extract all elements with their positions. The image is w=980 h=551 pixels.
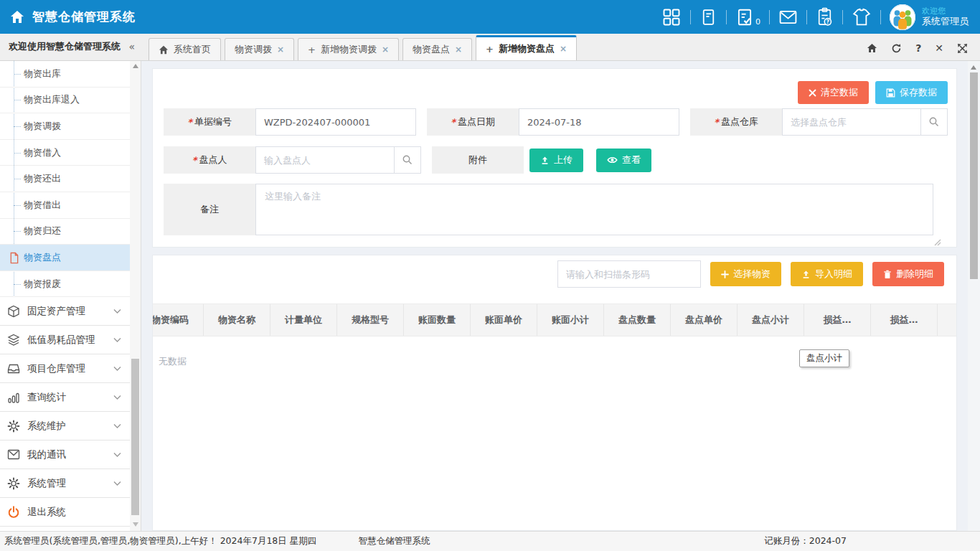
tab-close-icon[interactable]: × <box>382 44 389 55</box>
upload-icon <box>540 156 550 165</box>
help-icon[interactable]: ? <box>915 42 921 54</box>
scroll-up-arrow[interactable] <box>971 65 976 70</box>
button-label: 上传 <box>554 154 573 166</box>
sidebar-item-material-outbound-return[interactable]: 物资出库退入 <box>0 88 130 114</box>
remark-field: 备注 <box>164 184 933 235</box>
sidebar-header: 欢迎使用智慧仓储管理系统 « <box>0 33 141 60</box>
sidebar-item-label: 物资调拨 <box>24 120 61 133</box>
mail-icon[interactable] <box>778 9 798 26</box>
sidebar-item-material-stocktake[interactable]: 物资盘点 <box>0 245 130 271</box>
sidebar-item-material-borrow-in[interactable]: 物资借入 <box>0 140 130 166</box>
sidebar-section-system-maintenance[interactable]: 系统维护 <box>0 412 130 441</box>
sidebar-item-material-give-back[interactable]: 物资归还 <box>0 219 130 245</box>
column-header-stocktake-subtotal[interactable]: 盘点小计 <box>738 304 804 336</box>
view-button[interactable]: 查看 <box>596 149 651 172</box>
sidebar-item-material-return-out[interactable]: 物资还出 <box>0 166 130 192</box>
section-label: 我的通讯 <box>27 448 106 461</box>
barcode-input[interactable] <box>557 260 701 288</box>
sidebar-section-low-value-consumables[interactable]: 低值易耗品管理 <box>0 326 130 354</box>
eye-icon <box>607 156 618 164</box>
sidebar-item-label: 物资借入 <box>24 146 61 159</box>
save-data-button[interactable]: 保存数据 <box>875 81 948 104</box>
tab-system-home[interactable]: 系统首页 <box>149 38 221 60</box>
expand-icon[interactable] <box>957 43 968 54</box>
resize-grip[interactable] <box>933 237 941 246</box>
tshirt-icon[interactable] <box>852 8 872 26</box>
apps-grid-icon[interactable] <box>661 7 682 27</box>
button-label: 选择物资 <box>733 268 771 281</box>
inbox-tray-icon <box>7 362 20 375</box>
column-header-book-subtotal[interactable]: 账面小计 <box>537 304 604 336</box>
scrollbar-thumb[interactable] <box>131 359 139 515</box>
remark-textarea[interactable] <box>255 184 933 235</box>
column-header-material-code[interactable]: 物资编码 <box>153 304 204 336</box>
stocktake-person-field: *盘点人 <box>164 146 421 174</box>
sidebar-item-material-transfer[interactable]: 物资调拨 <box>0 113 130 140</box>
tab-close-icon[interactable]: × <box>277 44 284 55</box>
person-search-button[interactable] <box>395 146 421 174</box>
stocktake-warehouse-field: *盘点仓库 <box>690 108 948 136</box>
column-header-profit-loss-2[interactable]: 损益… <box>871 304 938 336</box>
todo-checklist-icon[interactable]: 0 <box>735 8 760 27</box>
upload-button[interactable]: 上传 <box>529 149 583 172</box>
clipboard-question-icon[interactable]: ? <box>816 7 834 27</box>
chevron-down-icon <box>113 395 121 400</box>
import-detail-button[interactable]: 导入明细 <box>791 262 863 286</box>
sidebar-item-material-outbound[interactable]: 物资出库 <box>0 61 130 88</box>
trash-icon <box>883 270 892 279</box>
column-header-spec-model[interactable]: 规格型号 <box>337 304 404 336</box>
tab-controls: ? ✕ <box>859 42 980 60</box>
stocktake-person-input[interactable] <box>255 146 395 174</box>
delete-detail-button[interactable]: 删除明细 <box>872 262 944 286</box>
stocktake-date-input[interactable] <box>519 108 679 136</box>
tab-material-transfer[interactable]: 物资调拨 × <box>225 38 294 60</box>
tab-stocktake[interactable]: 物资盘点 × <box>402 38 472 60</box>
scrollbar-thumb[interactable] <box>970 72 978 279</box>
home-icon <box>159 45 169 55</box>
clear-data-button[interactable]: 清空数据 <box>798 81 869 104</box>
chevron-down-icon <box>113 481 121 486</box>
sidebar-scrollbar[interactable] <box>130 61 141 531</box>
close-icon[interactable]: ✕ <box>935 42 943 54</box>
main-scrollbar[interactable] <box>968 61 980 531</box>
column-header-book-price[interactable]: 账面单价 <box>471 304 537 336</box>
save-icon <box>886 88 895 98</box>
form-row-2: *盘点人 附件 上传 <box>164 146 948 174</box>
column-header-stocktake-price[interactable]: 盘点单价 <box>671 304 738 336</box>
section-label: 查询统计 <box>27 391 106 404</box>
column-header-profit-loss-1[interactable]: 损益… <box>804 304 871 336</box>
sidebar-section-fixed-assets[interactable]: 固定资产管理 <box>0 297 130 326</box>
tab-close-icon[interactable]: × <box>560 44 567 54</box>
document-icon[interactable] <box>699 8 717 27</box>
chevron-down-icon <box>113 423 121 429</box>
scroll-up-arrow[interactable] <box>133 64 138 68</box>
sidebar-section-query-statistics[interactable]: 查询统计 <box>0 383 130 412</box>
stocktake-warehouse-input[interactable] <box>782 108 921 136</box>
tab-new-material-transfer[interactable]: + 新增物资调拨 × <box>298 38 399 60</box>
column-header-book-qty[interactable]: 账面数量 <box>404 304 471 336</box>
user-menu[interactable]: 欢迎您 系统管理员 <box>890 4 969 30</box>
scroll-down-arrow[interactable] <box>133 522 138 527</box>
doc-no-input[interactable] <box>255 108 416 136</box>
warehouse-search-button[interactable] <box>921 108 948 136</box>
tab-close-icon[interactable]: × <box>455 44 462 55</box>
sidebar-section-project-warehouse[interactable]: 项目仓库管理 <box>0 354 130 383</box>
column-header-unit[interactable]: 计量单位 <box>270 304 337 336</box>
sidebar-item-label: 物资报废 <box>24 278 61 291</box>
plus-icon: + <box>486 44 494 55</box>
sidebar-section-my-messages[interactable]: 我的通讯 <box>0 441 130 469</box>
sidebar-collapse-button[interactable]: « <box>128 41 135 52</box>
mail-icon <box>7 449 20 460</box>
select-material-button[interactable]: 选择物资 <box>710 262 781 286</box>
refresh-icon[interactable] <box>891 43 902 54</box>
column-header-stocktake-qty[interactable]: 盘点数量 <box>604 304 671 336</box>
sidebar-item-material-lend-out[interactable]: 物资借出 <box>0 192 130 219</box>
sidebar-item-material-scrap[interactable]: 物资报废 <box>0 271 130 298</box>
status-accounting-month: 记账月份：2024-07 <box>430 535 980 547</box>
column-header-material-name[interactable]: 物资名称 <box>204 304 270 336</box>
section-label: 退出系统 <box>27 506 121 519</box>
home-icon[interactable] <box>867 43 877 53</box>
tab-new-stocktake[interactable]: + 新增物资盘点 × <box>476 35 577 60</box>
sidebar-item-logout[interactable]: 退出系统 <box>0 498 130 527</box>
sidebar-section-system-management[interactable]: 系统管理 <box>0 469 130 498</box>
